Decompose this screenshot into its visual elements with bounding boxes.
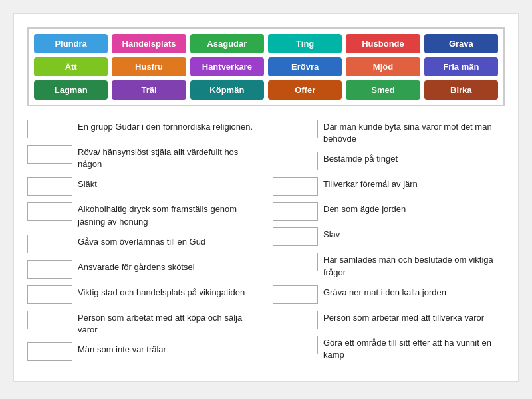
clue-text: Ansvarade för gårdens skötsel bbox=[78, 260, 195, 273]
word-chip[interactable]: Handelsplats bbox=[112, 34, 186, 53]
word-chip[interactable]: Smed bbox=[346, 80, 420, 100]
word-chip[interactable]: Erövra bbox=[268, 57, 342, 76]
answer-box[interactable] bbox=[27, 177, 72, 196]
word-chip[interactable]: Husfru bbox=[112, 57, 186, 76]
clue-text: Slav bbox=[323, 227, 340, 241]
match-row: Den som ägde jorden bbox=[273, 202, 505, 221]
clue-text: Män som inte var trälar bbox=[78, 342, 166, 356]
answer-box[interactable] bbox=[273, 311, 318, 329]
answer-box[interactable] bbox=[27, 235, 72, 253]
word-chip[interactable]: Mjöd bbox=[346, 57, 420, 76]
match-row: Röva/ hänsynslöst stjäla allt värdefullt… bbox=[27, 145, 259, 170]
word-chip[interactable]: Fria män bbox=[424, 57, 498, 76]
right-column: Där man kunde byta sina varor mot det ma… bbox=[273, 120, 505, 368]
clue-text: Alkoholhaltig dryck som framställs genom… bbox=[78, 202, 259, 227]
clue-text: Här samlades man och beslutade om viktig… bbox=[323, 253, 505, 278]
answer-box[interactable] bbox=[273, 152, 318, 170]
answer-box[interactable] bbox=[27, 260, 72, 279]
answer-box[interactable] bbox=[273, 177, 318, 196]
word-chip[interactable]: Plundra bbox=[34, 34, 108, 53]
answer-box[interactable] bbox=[273, 227, 318, 246]
clue-text: Där man kunde byta sina varor mot det ma… bbox=[323, 120, 505, 145]
word-chip[interactable]: Grava bbox=[424, 34, 498, 53]
page: PlundraHandelsplatsAsagudarTingHusbondeG… bbox=[13, 13, 519, 382]
match-row: Alkoholhaltig dryck som framställs genom… bbox=[27, 202, 259, 227]
match-row: Person som arbetat med att köpa och sälj… bbox=[27, 311, 259, 336]
clue-text: En grupp Gudar i den fornnordiska religi… bbox=[78, 120, 253, 133]
word-chip[interactable]: Köpmän bbox=[190, 80, 264, 100]
answer-box[interactable] bbox=[27, 342, 72, 361]
answer-box[interactable] bbox=[27, 285, 72, 304]
match-row: Slav bbox=[273, 227, 505, 246]
match-row: Män som inte var trälar bbox=[27, 342, 259, 361]
word-chip[interactable]: Träl bbox=[112, 80, 186, 100]
word-chip[interactable]: Asagudar bbox=[190, 34, 264, 53]
match-row: Viktig stad och handelsplats på vikingat… bbox=[27, 285, 259, 304]
clue-text: Den som ägde jorden bbox=[323, 202, 406, 215]
match-row: Tillverkar föremål av järn bbox=[273, 177, 505, 196]
clue-text: Gåva som överlämnas till en Gud bbox=[78, 235, 205, 248]
answer-box[interactable] bbox=[27, 120, 72, 138]
matching-grid: En grupp Gudar i den fornnordiska religi… bbox=[27, 120, 505, 368]
match-row: Bestämde på tinget bbox=[273, 152, 505, 170]
match-row: Person som arbetar med att tillverka var… bbox=[273, 311, 505, 329]
answer-box[interactable] bbox=[27, 202, 72, 221]
word-chip[interactable]: Birka bbox=[424, 80, 498, 100]
answer-box[interactable] bbox=[273, 120, 318, 138]
word-chip[interactable]: Ätt bbox=[34, 57, 108, 76]
match-row: Gräva ner mat i den kalla jorden bbox=[273, 285, 505, 304]
clue-text: Gräva ner mat i den kalla jorden bbox=[323, 285, 446, 299]
word-chip[interactable]: Lagman bbox=[34, 80, 108, 100]
answer-box[interactable] bbox=[273, 285, 318, 304]
clue-text: Släkt bbox=[78, 177, 97, 190]
answer-box[interactable] bbox=[27, 311, 72, 329]
match-row: Ansvarade för gårdens skötsel bbox=[27, 260, 259, 279]
match-row: Göra ett område till sitt efter att ha v… bbox=[273, 336, 505, 361]
match-row: Gåva som överlämnas till en Gud bbox=[27, 235, 259, 253]
clue-text: Röva/ hänsynslöst stjäla allt värdefullt… bbox=[78, 145, 259, 170]
clue-text: Person som arbetat med att köpa och sälj… bbox=[78, 311, 259, 336]
match-row: Här samlades man och beslutade om viktig… bbox=[273, 253, 505, 278]
answer-box[interactable] bbox=[273, 253, 318, 271]
word-chip[interactable]: Hantverkare bbox=[190, 57, 264, 76]
clue-text: Person som arbetar med att tillverka var… bbox=[323, 311, 484, 324]
answer-box[interactable] bbox=[273, 202, 318, 221]
answer-box[interactable] bbox=[273, 336, 318, 354]
clue-text: Tillverkar föremål av järn bbox=[323, 177, 418, 190]
word-bank: PlundraHandelsplatsAsagudarTingHusbondeG… bbox=[27, 27, 505, 106]
clue-text: Bestämde på tinget bbox=[323, 152, 398, 165]
answer-box[interactable] bbox=[27, 145, 72, 164]
left-column: En grupp Gudar i den fornnordiska religi… bbox=[27, 120, 259, 368]
match-row: En grupp Gudar i den fornnordiska religi… bbox=[27, 120, 259, 138]
clue-text: Viktig stad och handelsplats på vikingat… bbox=[78, 285, 245, 299]
word-chip[interactable]: Husbonde bbox=[346, 34, 420, 53]
match-row: Släkt bbox=[27, 177, 259, 196]
word-chip[interactable]: Offer bbox=[268, 80, 342, 100]
match-row: Där man kunde byta sina varor mot det ma… bbox=[273, 120, 505, 145]
word-chip[interactable]: Ting bbox=[268, 34, 342, 53]
clue-text: Göra ett område till sitt efter att ha v… bbox=[323, 336, 505, 361]
